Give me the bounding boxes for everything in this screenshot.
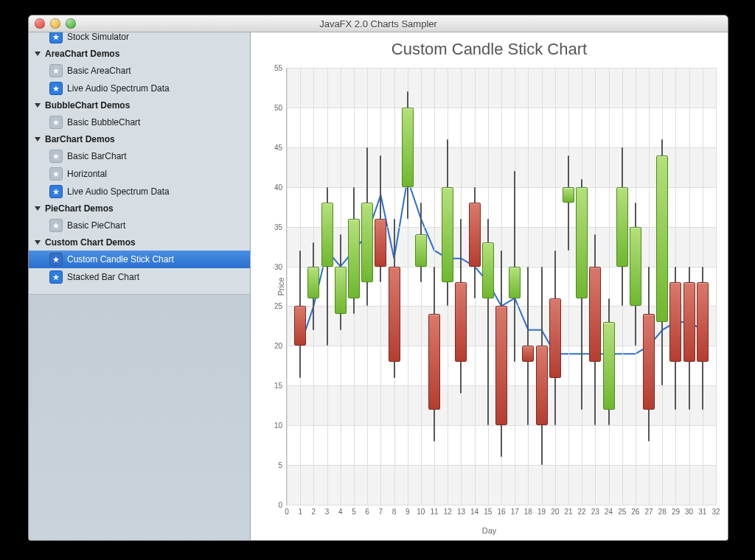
- x-tick: 10: [417, 505, 425, 516]
- x-tick: 25: [618, 505, 626, 516]
- x-tick: 9: [406, 505, 410, 516]
- y-tick: 45: [274, 143, 287, 151]
- candle: [589, 68, 601, 505]
- candle: [669, 68, 681, 505]
- disclosure-icon: [35, 206, 41, 211]
- y-axis-label: Price: [276, 277, 285, 295]
- sidebar-item-label: Live Audio Spectrum Data: [67, 186, 170, 197]
- x-tick: 12: [444, 505, 452, 516]
- window-titlebar: JavaFX 2.0 Charts Sampler: [29, 15, 728, 32]
- sidebar-item[interactable]: ★Basic BarChart: [29, 147, 250, 165]
- window-traffic-lights: [35, 18, 76, 29]
- x-tick: 27: [645, 505, 653, 516]
- candle: [361, 68, 373, 505]
- candle: [509, 68, 521, 505]
- y-tick: 50: [274, 103, 287, 111]
- candle: [321, 68, 333, 505]
- candle: [697, 68, 709, 505]
- sidebar-group-label: PieChart Demos: [45, 203, 114, 214]
- y-tick: 25: [274, 302, 287, 310]
- sidebar-group-header[interactable]: Custom Chart Demos: [29, 234, 250, 251]
- sidebar-item[interactable]: ★Stacked Bar Chart: [29, 268, 250, 286]
- candle: [375, 68, 386, 505]
- x-tick: 4: [338, 505, 343, 516]
- x-tick: 19: [537, 505, 546, 516]
- candle: [549, 68, 561, 505]
- y-tick: 35: [274, 223, 287, 231]
- sidebar-group-header[interactable]: BarChart Demos: [29, 131, 250, 147]
- x-tick: 32: [711, 505, 720, 516]
- x-tick: 8: [392, 505, 397, 516]
- sidebar-item-label: Live Audio Spectrum Data: [67, 83, 170, 94]
- candle: [307, 68, 319, 505]
- disclosure-icon: [35, 103, 41, 108]
- app-window: JavaFX 2.0 Charts Sampler ★Stock Simulat…: [28, 15, 728, 541]
- candle: [563, 68, 574, 505]
- x-tick: 26: [631, 505, 639, 516]
- candle: [389, 68, 400, 505]
- candle: [643, 68, 655, 505]
- candle: [335, 68, 347, 505]
- sidebar-item-label: Stock Simulator: [67, 32, 129, 42]
- window-title: JavaFX 2.0 Charts Sampler: [319, 18, 437, 29]
- star-icon: ★: [49, 116, 63, 129]
- y-tick: 40: [274, 183, 287, 191]
- sidebar-group-label: Custom Chart Demos: [45, 237, 136, 248]
- x-tick: 16: [497, 505, 505, 516]
- zoom-icon[interactable]: [66, 18, 76, 29]
- sidebar-group-header[interactable]: BubbleChart Demos: [29, 97, 250, 113]
- sidebar-item[interactable]: ★Basic AreaChart: [29, 62, 250, 80]
- minimize-icon[interactable]: [50, 18, 60, 29]
- chart-title: Custom Candle Stick Chart: [251, 32, 728, 62]
- sidebar-item-label: Custom Candle Stick Chart: [67, 254, 174, 265]
- x-tick: 22: [578, 505, 586, 516]
- sidebar-item-label: Basic BubbleChart: [67, 117, 140, 127]
- disclosure-icon: [35, 137, 41, 141]
- close-icon[interactable]: [35, 18, 45, 29]
- y-tick: 10: [274, 421, 287, 430]
- x-tick: 18: [524, 505, 532, 516]
- y-tick: 5: [278, 461, 287, 469]
- sidebar-group-header[interactable]: AreaChart Demos: [29, 46, 250, 62]
- x-tick: 23: [591, 505, 599, 516]
- candle: [616, 68, 628, 505]
- sidebar-group-label: AreaChart Demos: [45, 49, 119, 59]
- sidebar-item[interactable]: ★Custom Candle Stick Chart: [29, 251, 250, 268]
- star-icon: ★: [49, 185, 63, 198]
- star-icon: ★: [49, 32, 63, 43]
- candle: [522, 68, 534, 505]
- sidebar-group-label: BubbleChart Demos: [45, 100, 130, 111]
- y-tick: 20: [274, 342, 287, 350]
- star-icon: ★: [49, 270, 63, 284]
- star-icon: ★: [49, 219, 63, 232]
- disclosure-icon: [35, 240, 41, 245]
- sidebar-group-header[interactable]: PieChart Demos: [29, 200, 250, 217]
- sidebar-item[interactable]: ★Live Audio Spectrum Data: [29, 183, 250, 200]
- sidebar-item[interactable]: ★Basic PieChart: [29, 217, 250, 234]
- sidebar-item[interactable]: ★Live Audio Spectrum Data: [29, 80, 250, 97]
- x-tick: 7: [379, 505, 383, 516]
- x-tick: 5: [352, 505, 356, 516]
- star-icon: ★: [49, 167, 63, 181]
- candle: [348, 68, 360, 505]
- x-tick: 13: [457, 505, 465, 516]
- sidebar-item[interactable]: ★Stock Simulator: [29, 32, 250, 46]
- candle: [683, 68, 695, 505]
- disclosure-icon: [35, 52, 41, 56]
- candle: [630, 68, 641, 505]
- x-tick: 21: [564, 505, 572, 516]
- x-tick: 14: [470, 505, 479, 516]
- x-tick: 2: [312, 505, 316, 516]
- candle: [469, 68, 481, 505]
- sidebar-item[interactable]: ★Basic BubbleChart: [29, 113, 250, 131]
- y-tick: 15: [274, 382, 287, 390]
- sidebar-empty-area: [29, 294, 250, 541]
- sidebar-item-label: Basic PieChart: [67, 220, 125, 231]
- candle: [415, 68, 427, 505]
- x-tick: 3: [325, 505, 330, 516]
- x-tick: 29: [672, 505, 680, 516]
- sidebar-item[interactable]: ★Horizontal: [29, 165, 250, 183]
- candle: [455, 68, 467, 505]
- sidebar: ★Stock SimulatorAreaChart Demos★Basic Ar…: [29, 32, 251, 541]
- x-tick: 31: [698, 505, 706, 516]
